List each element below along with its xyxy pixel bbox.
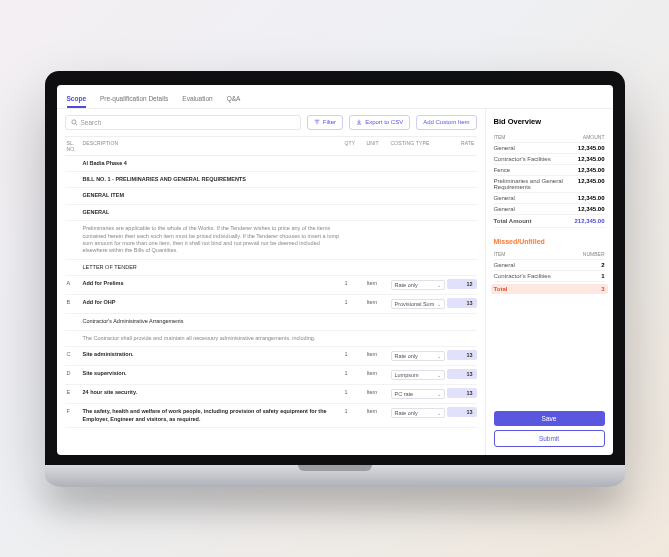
cell-desc: Contractor's Administrative Arrangements [81, 317, 343, 326]
line-items-table: SL. NO. DESCRIPTION QTY UNIT COSTING TYP… [65, 136, 477, 449]
col-sl: SL. NO. [65, 140, 81, 152]
cell-costing-type [389, 263, 447, 265]
tab-bar: Scope Pre-qualification Details Evaluati… [57, 85, 613, 109]
cell-costing-type[interactable]: Rate only⌄ [389, 407, 447, 419]
table-row[interactable]: AAdd for Prelims1ItemRate only⌄12 [65, 276, 477, 295]
missed-row: General2 [494, 260, 605, 271]
cell-sl: F [65, 407, 81, 415]
cell-rate [447, 191, 477, 193]
cell-rate[interactable]: 13 [447, 407, 477, 417]
cell-desc: GENERAL ITEM [81, 191, 343, 200]
filter-button[interactable]: Filter [307, 115, 343, 130]
cell-rate [447, 317, 477, 319]
cell-qty [343, 224, 365, 226]
cell-desc: Al Badia Phase 4 [81, 159, 343, 168]
cell-costing-type[interactable]: Provisional Sum⌄ [389, 298, 447, 310]
search-input[interactable]: Search [65, 115, 301, 130]
cell-qty [343, 334, 365, 336]
table-row[interactable]: E24 hour site security.1ItemPC rate⌄13 [65, 385, 477, 404]
tab-evaluation[interactable]: Evaluation [182, 91, 212, 108]
cell-costing-type[interactable]: Rate only⌄ [389, 350, 447, 362]
table-row[interactable]: The Contractor shall provide and maintai… [65, 331, 477, 347]
cell-costing-type [389, 224, 447, 226]
col-ctype: COSTING TYPE [389, 140, 447, 146]
laptop-base [45, 465, 625, 487]
missed-header: ITEM NUMBER [494, 249, 605, 260]
cell-rate [447, 334, 477, 336]
cell-qty: 1 [343, 279, 365, 287]
cell-costing-type[interactable]: Rate only⌄ [389, 279, 447, 291]
chevron-down-icon: ⌄ [437, 301, 441, 307]
cell-qty: 1 [343, 350, 365, 358]
cell-costing-type[interactable]: PC rate⌄ [389, 388, 447, 400]
cell-unit [365, 317, 389, 319]
table-row[interactable]: GENERAL ITEM [65, 188, 477, 204]
add-item-button[interactable]: Add Custom Item [416, 115, 476, 130]
cell-sl [65, 224, 81, 226]
cell-sl: B [65, 298, 81, 306]
cell-qty [343, 263, 365, 265]
cell-unit: Item [365, 298, 389, 306]
cell-desc: LETTER OF TENDER [81, 263, 343, 272]
cell-desc: The Contractor shall provide and maintai… [81, 334, 343, 343]
cell-qty [343, 159, 365, 161]
cell-qty: 1 [343, 369, 365, 377]
table-row[interactable]: CSite administration.1ItemRate only⌄13 [65, 347, 477, 366]
export-button[interactable]: Export to CSV [349, 115, 410, 130]
cell-rate[interactable]: 13 [447, 369, 477, 379]
cell-unit [365, 334, 389, 336]
overview-total: Total Amount 212,345.00 [494, 215, 605, 228]
overview-row: General12,345.00 [494, 143, 605, 154]
cell-desc: The safety, health and welfare of work p… [81, 407, 343, 424]
overview-row: General12,345.00 [494, 204, 605, 215]
table-row[interactable]: DSite supervision.1ItemLumpsum⌄13 [65, 366, 477, 385]
toolbar: Search Filter Export to CSV Add Custom I… [65, 115, 477, 130]
table-row[interactable]: FThe safety, health and welfare of work … [65, 404, 477, 428]
tab-prequal[interactable]: Pre-qualification Details [100, 91, 168, 108]
cell-qty [343, 317, 365, 319]
laptop-notch [298, 465, 372, 471]
cell-costing-type [389, 334, 447, 336]
cell-desc: Add for OHP [81, 298, 343, 307]
chevron-down-icon: ⌄ [437, 353, 441, 359]
missed-total: Total 3 [491, 284, 608, 294]
table-row[interactable]: Contractor's Administrative Arrangements [65, 314, 477, 330]
cell-rate[interactable]: 13 [447, 298, 477, 308]
screen-bezel: Scope Pre-qualification Details Evaluati… [45, 71, 625, 465]
missed-row: Contractor's Facilities1 [494, 271, 605, 282]
tab-qa[interactable]: Q&A [227, 91, 241, 108]
overview-row: Fence12,345.00 [494, 165, 605, 176]
cell-sl [65, 208, 81, 210]
cell-unit [365, 191, 389, 193]
chevron-down-icon: ⌄ [437, 391, 441, 397]
cell-sl [65, 159, 81, 161]
cell-unit: Item [365, 407, 389, 415]
table-row[interactable]: GENERAL [65, 205, 477, 221]
table-row[interactable]: BILL NO. 1 - PRELIMINARIES AND GENERAL R… [65, 172, 477, 188]
table-row[interactable]: LETTER OF TENDER [65, 260, 477, 276]
overview-header: ITEM AMOUNT [494, 132, 605, 143]
tab-scope[interactable]: Scope [67, 91, 87, 108]
cell-rate[interactable]: 12 [447, 279, 477, 289]
table-row[interactable]: BAdd for OHP1ItemProvisional Sum⌄13 [65, 295, 477, 314]
cell-costing-type[interactable]: Lumpsum⌄ [389, 369, 447, 381]
cell-qty: 1 [343, 388, 365, 396]
chevron-down-icon: ⌄ [437, 372, 441, 378]
download-icon [356, 119, 362, 125]
cell-rate[interactable]: 13 [447, 350, 477, 360]
submit-button[interactable]: Submit [494, 430, 605, 447]
cell-unit [365, 159, 389, 161]
overview-row: Preliminaries and General Requirements12… [494, 176, 605, 193]
save-button[interactable]: Save [494, 411, 605, 426]
cell-rate[interactable]: 13 [447, 388, 477, 398]
cell-qty: 1 [343, 298, 365, 306]
col-rate: RATE [447, 140, 477, 146]
cell-qty [343, 175, 365, 177]
cell-qty [343, 191, 365, 193]
cell-qty [343, 208, 365, 210]
table-row[interactable]: Al Badia Phase 4 [65, 156, 477, 172]
table-header: SL. NO. DESCRIPTION QTY UNIT COSTING TYP… [65, 137, 477, 156]
overview-row: Contractor's Facilities12,345.00 [494, 154, 605, 165]
table-row[interactable]: Preliminaries are applicable to the whol… [65, 221, 477, 260]
cell-sl: A [65, 279, 81, 287]
